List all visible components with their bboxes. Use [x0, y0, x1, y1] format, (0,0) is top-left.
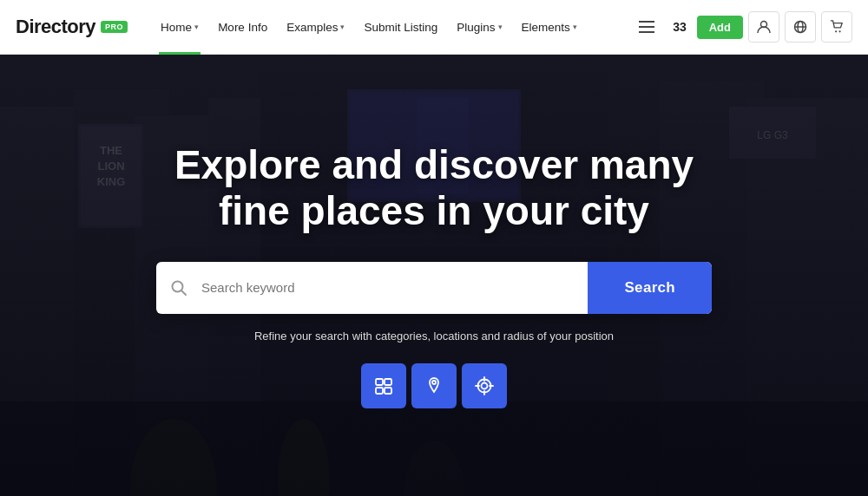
nav-home-label: Home — [161, 21, 192, 34]
svg-rect-36 — [376, 388, 383, 394]
pro-badge: PRO — [101, 21, 128, 33]
add-button[interactable]: Add — [697, 16, 743, 39]
refine-text: Refine your search with categories, loca… — [254, 330, 614, 343]
svg-point-40 — [482, 382, 488, 388]
svg-rect-0 — [639, 21, 654, 23]
nav-item-examples[interactable]: Examples ▾ — [278, 0, 353, 55]
navbar: Directory PRO Home ▾ More Info Examples … — [0, 0, 868, 55]
target-button[interactable] — [462, 363, 507, 408]
nav-item-submitlisting[interactable]: Submit Listing — [355, 0, 446, 55]
nav-item-elements[interactable]: Elements ▾ — [513, 0, 586, 55]
svg-point-7 — [835, 30, 837, 32]
svg-rect-35 — [385, 379, 391, 385]
search-button[interactable]: Search — [588, 262, 712, 314]
nav-submitlisting-label: Submit Listing — [364, 21, 437, 34]
category-button[interactable] — [361, 363, 406, 408]
hero-section: THE LION KING LG G3 Explore and discover… — [0, 55, 868, 496]
nav-item-home[interactable]: Home ▾ — [152, 0, 207, 55]
hamburger-button[interactable] — [631, 11, 662, 42]
brand-name: Directory — [16, 16, 95, 38]
chevron-down-icon: ▾ — [498, 23, 503, 31]
hero-title: Explore and discover many fine places in… — [174, 142, 694, 234]
globe-icon-button[interactable] — [785, 11, 816, 42]
svg-rect-37 — [385, 388, 391, 394]
nav-item-moreinfo[interactable]: More Info — [209, 0, 276, 55]
svg-line-33 — [181, 290, 186, 295]
svg-point-8 — [838, 30, 840, 32]
svg-rect-2 — [639, 31, 654, 33]
svg-rect-34 — [376, 379, 383, 385]
nav-links: Home ▾ More Info Examples ▾ Submit Listi… — [152, 0, 631, 55]
search-input[interactable] — [201, 262, 588, 314]
svg-rect-1 — [639, 26, 654, 28]
hero-content: Explore and discover many fine places in… — [0, 142, 868, 408]
nav-item-plugins[interactable]: Plugins ▾ — [448, 0, 510, 55]
nav-plugins-label: Plugins — [457, 21, 495, 34]
search-icon — [156, 262, 201, 314]
svg-point-38 — [432, 381, 436, 384]
nav-examples-label: Examples — [286, 21, 338, 34]
nav-elements-label: Elements — [522, 21, 570, 34]
brand: Directory PRO — [16, 16, 128, 38]
chevron-down-icon: ▾ — [194, 23, 199, 31]
search-bar: Search — [156, 262, 712, 314]
icon-buttons — [361, 363, 507, 408]
nav-right: 33 Add — [631, 11, 852, 42]
chevron-down-icon: ▾ — [340, 23, 345, 31]
nav-count: 33 — [667, 20, 692, 34]
location-button[interactable] — [411, 363, 457, 408]
chevron-down-icon: ▾ — [573, 23, 577, 31]
user-icon-button[interactable] — [748, 11, 779, 42]
nav-moreinfo-label: More Info — [218, 21, 267, 34]
cart-icon-button[interactable] — [821, 11, 852, 42]
